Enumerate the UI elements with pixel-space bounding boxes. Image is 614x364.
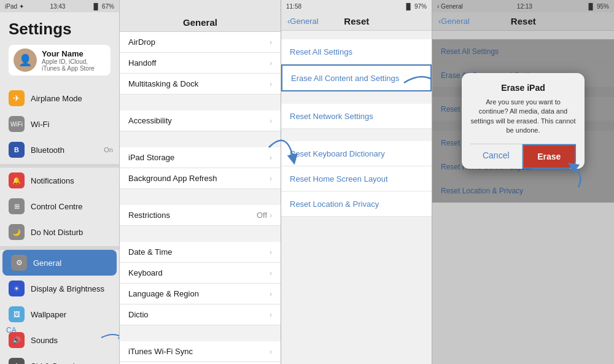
chevron-icon: › [270,211,272,220]
reset-row-homescreen[interactable]: Reset Home Screen Layout [281,166,432,192]
settings-list: AirDrop › Handoff › Multitasking & Dock … [120,32,281,364]
settings-group-5: Date & Time › Keyboard › Language & Regi… [120,242,281,325]
dialog-container: Erase iPad Are you sure you want to cont… [462,73,585,169]
panel3-time: 12:13 [517,3,532,10]
notifications-icon: 🔔 [9,172,25,188]
row-label: Handoff [128,58,270,68]
settings-row-multitasking[interactable]: Multitasking & Dock › [120,74,281,95]
back-button[interactable]: ‹ General [438,17,470,26]
sidebar-item-siri[interactable]: A Siri & Search [0,353,119,364]
row-label: Language & Region [128,289,270,298]
row-label: iTunes Wi-Fi Sync [128,347,270,356]
row-label: iPad Storage [128,153,270,162]
sidebar-item-label: Wallpaper [31,310,66,319]
cancel-button[interactable]: Cancel [470,144,523,169]
sidebar-section-3: ⚙ General ☀ Display & Brightness 🖼 Wallp… [0,250,119,364]
sidebar-item-label: Control Centre [31,202,83,211]
chevron-icon: › [270,117,272,125]
sidebar-statusbar: iPad ✦ 13:43 ▐▌ 67% [0,0,119,12]
sidebar-item-dnd[interactable]: 🌙 Do Not Disturb [0,219,119,245]
sidebar-item-label: Bluetooth [31,145,64,155]
reset-row-location[interactable]: Reset Location & Privacy [281,192,432,217]
chevron-icon: › [270,153,272,162]
settings-row-ipad-storage[interactable]: iPad Storage › [120,147,281,168]
sidebar-item-bluetooth[interactable]: B Bluetooth On [0,137,119,163]
sidebar-item-label: Display & Brightness [31,284,104,293]
back-label: General [441,17,469,26]
sidebar-item-label: Airplane Mode [31,94,82,103]
row-label: Reset Home Screen Layout [290,174,388,184]
sidebar-item-wallpaper[interactable]: 🖼 Wallpaper [0,301,119,327]
sidebar-item-label: Notifications [31,176,74,185]
row-label: AirDrop [128,37,270,47]
settings-divider [120,226,281,242]
sidebar-item-airplane[interactable]: ✈ Airplane Mode [0,85,119,111]
control-icon: ⊞ [9,198,25,214]
row-value: Off [257,211,267,220]
settings-group-1: AirDrop › Handoff › Multitasking & Dock … [120,32,281,95]
row-label: Multitasking & Dock [128,79,270,88]
airplane-icon: ✈ [9,90,25,106]
settings-row-dictio[interactable]: Dictio › [120,304,281,325]
panel2-left-status: 11:58 [286,3,301,10]
sidebar-section-2: 🔔 Notifications ⊞ Control Centre 🌙 Do No… [0,168,119,245]
row-label: Background App Refresh [128,174,270,183]
user-profile[interactable]: 👤 Your Name Apple ID, iCloud, iTunes & A… [9,45,111,76]
reset-row-all-settings[interactable]: Reset All Settings [281,39,432,64]
settings-row-datetime[interactable]: Date & Time › [120,242,281,263]
panel3-battery: ▐▌ 95% [586,3,609,10]
sidebar-item-label: Do Not Disturb [31,228,83,237]
erase-button[interactable]: Erase [523,144,577,169]
time-label: 13:43 [50,3,65,10]
user-name: Your Name [42,49,106,58]
sidebar-item-control[interactable]: ⊞ Control Centre [0,193,119,219]
sidebar-item-label: Wi-Fi [31,120,49,129]
panel2-battery: ▐▌ 97% [404,3,427,10]
settings-row-keyboard[interactable]: Keyboard › [120,263,281,284]
wallpaper-icon: 🖼 [9,306,25,322]
settings-row-handoff[interactable]: Handoff › [120,53,281,74]
reset-group-2: Reset Network Settings [281,104,432,129]
reset-spacer [281,129,432,141]
settings-group-2: Accessibility › [120,110,281,131]
settings-row-airdrop[interactable]: AirDrop › [120,32,281,53]
settings-sidebar: iPad ✦ 13:43 ▐▌ 67% Settings 👤 Your Name… [0,0,120,364]
reset-group-1: Reset All Settings Erase All Content and… [281,39,432,91]
sidebar-item-sounds[interactable]: 🔊 Sounds [0,327,119,353]
back-label: General [290,17,318,26]
settings-divider [120,325,281,341]
wifi-icon: WiFi [9,116,25,132]
avatar: 👤 [14,48,37,72]
sidebar-item-wifi[interactable]: WiFi Wi-Fi [0,111,119,137]
panel2-body: Reset All Settings Erase All Content and… [281,39,432,217]
dialog-overlay: Erase iPad Are you sure you want to cont… [432,39,614,203]
panel3-body: Reset All Settings Erase All Content and… [432,39,614,203]
settings-row-accessibility[interactable]: Accessibility › [120,110,281,131]
dialog-title: Erase iPad [470,83,576,93]
sidebar-header: Settings 👤 Your Name Apple ID, iCloud, i… [0,12,119,85]
dnd-icon: 🌙 [9,224,25,240]
sidebar-section-1: ✈ Airplane Mode WiFi Wi-Fi B Bluetooth O… [0,85,119,163]
reset-row-keyboard[interactable]: Reset Keyboard Dictionary [281,141,432,166]
settings-group-6: iTunes Wi-Fi Sync › VPN Not Connected › [120,341,281,364]
row-label: Reset Location & Privacy [290,199,379,209]
reset-row-erase-content[interactable]: Erase All Content and Settings [281,64,432,91]
settings-row-bg-refresh[interactable]: Background App Refresh › [120,168,281,189]
content-title: General [120,12,281,32]
panel-2-reset: 11:58 ▐▌ 97% ‹ General Reset Reset All S… [281,0,432,364]
settings-divider [120,189,281,205]
settings-divider [120,95,281,110]
settings-row-language[interactable]: Language & Region › [120,284,281,304]
ca-annotation: CA [6,326,17,335]
back-button[interactable]: ‹ General [287,17,319,26]
sidebar-item-display[interactable]: ☀ Display & Brightness [0,276,119,301]
settings-group-3: iPad Storage › Background App Refresh › [120,147,281,189]
panel-1-ipad-settings: iPad ✦ 13:43 ▐▌ 67% Settings 👤 Your Name… [0,0,281,364]
reset-row-network[interactable]: Reset Network Settings [281,104,432,129]
chevron-icon: › [270,80,272,88]
settings-row-restrictions[interactable]: Restrictions Off › [120,205,281,226]
chevron-icon: › [270,290,272,298]
sidebar-item-notifications[interactable]: 🔔 Notifications [0,168,119,193]
settings-row-itunes-sync[interactable]: iTunes Wi-Fi Sync › [120,341,281,362]
sidebar-item-general[interactable]: ⚙ General [2,250,117,276]
